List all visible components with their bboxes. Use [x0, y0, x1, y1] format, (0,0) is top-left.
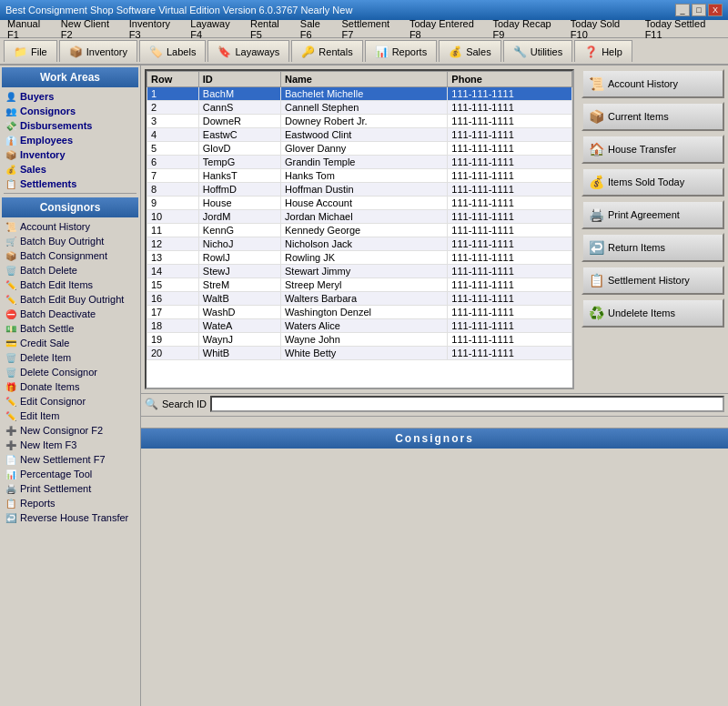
menu-item-new-client-f2[interactable]: New Client F2	[57, 17, 124, 41]
toolbar-tab-reports[interactable]: 📊Reports	[365, 40, 438, 62]
search-input[interactable]	[210, 396, 724, 412]
table-row[interactable]: 18 WateA Waters Alice 111-111-1111	[147, 319, 572, 333]
consignor-item-delete-item[interactable]: 🗑️Delete Item	[0, 350, 140, 365]
table-row[interactable]: 12 NichoJ Nicholson Jack 111-111-1111	[147, 237, 572, 251]
toolbar-tab-labels[interactable]: 🏷️Labels	[139, 40, 206, 62]
consignor-item-batch-buy-outright[interactable]: 🛒Batch Buy Outright	[0, 234, 140, 248]
consignor-item-batch-edit-items[interactable]: ✏️Batch Edit Items	[0, 277, 140, 292]
cell-id: WateA	[198, 319, 280, 333]
toolbar-tab-sales[interactable]: 💰Sales	[439, 40, 501, 62]
btn-icon: 🏠	[589, 142, 604, 156]
table-row[interactable]: 3 DowneR Downey Robert Jr. 111-111-1111	[147, 115, 572, 128]
minimize-button[interactable]: _	[675, 4, 690, 16]
toolbar-tab-inventory[interactable]: 📦Inventory	[59, 40, 137, 62]
btn-label: Settlement History	[608, 275, 690, 286]
table-row[interactable]: 16 WaltB Walters Barbara 111-111-1111	[147, 292, 572, 306]
menu-item-settlement-f7[interactable]: Settlement F7	[339, 17, 404, 41]
cell-id: CannS	[198, 101, 280, 115]
consignor-item-print-settlement[interactable]: 🖨️Print Settlement	[0, 481, 140, 496]
menu-item-rental-f5[interactable]: Rental F5	[247, 17, 295, 41]
cell-id: WaltB	[198, 292, 280, 306]
table-row[interactable]: 20 WhitB White Betty 111-111-1111	[147, 347, 572, 360]
consignor-item-batch-settle[interactable]: 💵Batch Settle	[0, 321, 140, 336]
table-row[interactable]: 19 WaynJ Wayne John 111-111-1111	[147, 333, 572, 347]
toolbar-tab-layaways[interactable]: 🔖Layaways	[207, 40, 289, 62]
cell-phone: 111-111-1111	[448, 347, 572, 360]
table-row[interactable]: 10 JordM Jordan Michael 111-111-1111	[147, 210, 572, 224]
menu-item-manual-f1[interactable]: Manual F1	[4, 17, 56, 41]
consignor-item-donate-items[interactable]: 🎁Donate Items	[0, 379, 140, 394]
consignor-item-batch-edit-buy-outright[interactable]: ✏️Batch Edit Buy Outright	[0, 292, 140, 307]
consignor-item-credit-sale[interactable]: 💳Credit Sale	[0, 336, 140, 350]
sidebar-item-sales[interactable]: 💰Sales	[0, 162, 140, 176]
tab-icon: ❓	[584, 45, 598, 58]
consignor-item-reverse-house-transfer[interactable]: ↩️Reverse House Transfer	[0, 510, 140, 525]
table-row[interactable]: 8 HoffmD Hoffman Dustin 111-111-1111	[147, 183, 572, 197]
menu-item-layaway-f4[interactable]: Layaway F4	[187, 17, 245, 41]
cell-phone: 111-111-1111	[448, 306, 572, 319]
sidebar-item-inventory[interactable]: 📦Inventory	[0, 147, 140, 162]
menu-item-today-entered-f8[interactable]: Today Entered F8	[406, 17, 488, 41]
tab-label: File	[31, 46, 47, 57]
consignor-item-batch-delete[interactable]: 🗑️Batch Delete	[0, 263, 140, 277]
sidebar-item-employees[interactable]: 👔Employees	[0, 133, 140, 147]
sidebar-item-settlements[interactable]: 📋Settlements	[0, 176, 140, 191]
cell-row: 5	[147, 142, 199, 156]
consignor-item-percentage-tool[interactable]: 📊Percentage Tool	[0, 467, 140, 481]
table-row[interactable]: 14 StewJ Stewart Jimmy 111-111-1111	[147, 265, 572, 278]
action-btn-print-agreement[interactable]: 🖨️Print Agreement	[581, 200, 724, 229]
consignor-item-account-history[interactable]: 📜Account History	[0, 219, 140, 234]
sidebar-item-disbursements[interactable]: 💸Disbursements	[0, 118, 140, 133]
sidebar-label: Buyers	[20, 91, 54, 102]
sidebar-item-consignors[interactable]: 👥Consignors	[0, 104, 140, 118]
table-row[interactable]: 13 RowlJ Rowling JK 111-111-1111	[147, 251, 572, 265]
table-row[interactable]: 17 WashD Washington Denzel 111-111-1111	[147, 306, 572, 319]
toolbar-tab-rentals[interactable]: 🔑Rentals	[291, 40, 362, 62]
action-btn-current-items[interactable]: 📦Current Items	[581, 102, 724, 131]
table-row[interactable]: 2 CannS Cannell Stephen 111-111-1111	[147, 101, 572, 115]
maximize-button[interactable]: □	[692, 4, 706, 16]
action-btn-undelete-items[interactable]: ♻️Undelete Items	[581, 298, 724, 328]
consignor-item-edit-consignor[interactable]: ✏️Edit Consignor	[0, 394, 140, 408]
action-btn-house-transfer[interactable]: 🏠House Transfer	[581, 135, 724, 164]
table-row[interactable]: 15 StreM Streep Meryl 111-111-1111	[147, 278, 572, 292]
action-btn-items-sold-today[interactable]: 💰Items Sold Today	[581, 167, 724, 197]
toolbar-tab-utilities[interactable]: 🔧Utilities	[503, 40, 572, 62]
btn-icon: 📋	[589, 273, 604, 287]
action-btn-account-history[interactable]: 📜Account History	[581, 69, 724, 98]
menu-item-inventory-f3[interactable]: Inventory F3	[126, 17, 185, 41]
consignor-item-new-settlement-f7[interactable]: 📄New Settlement F7	[0, 452, 140, 467]
table-row[interactable]: 6 TempG Grandin Temple 111-111-1111	[147, 156, 572, 169]
toolbar-tab-help[interactable]: ❓Help	[574, 40, 632, 62]
cell-phone: 111-111-1111	[448, 319, 572, 333]
table-row[interactable]: 1 BachM Bachelet Michelle 111-111-1111	[147, 87, 572, 101]
menu-item-today-sold-f10[interactable]: Today Sold F10	[567, 17, 640, 41]
table-row[interactable]: 9 House House Account 111-111-1111	[147, 197, 572, 210]
consignor-item-batch-consignment[interactable]: 📦Batch Consignment	[0, 248, 140, 263]
cell-name: Rowling JK	[281, 251, 448, 265]
table-row[interactable]: 7 HanksT Hanks Tom 111-111-1111	[147, 169, 572, 183]
consignors-title: Consignors	[2, 197, 138, 217]
table-row[interactable]: 4 EastwC Eastwood Clint 111-111-1111	[147, 128, 572, 142]
sidebar-item-buyers[interactable]: 👤Buyers	[0, 89, 140, 104]
menu-item-sale-f6[interactable]: Sale F6	[297, 17, 337, 41]
action-btn-return-items[interactable]: ↩️Return Items	[581, 233, 724, 262]
consignor-icon: 📜	[5, 222, 16, 232]
table-row[interactable]: 5 GlovD Glover Danny 111-111-1111	[147, 142, 572, 156]
consignor-label: Batch Buy Outright	[20, 236, 104, 247]
consignor-item-reports[interactable]: 📋Reports	[0, 496, 140, 510]
consignor-item-delete-consignor[interactable]: 🗑️Delete Consignor	[0, 365, 140, 379]
consignor-item-edit-item[interactable]: ✏️Edit Item	[0, 408, 140, 423]
menu-item-today-recap-f9[interactable]: Today Recap F9	[490, 17, 565, 41]
consignor-item-new-item-f3[interactable]: ➕New Item F3	[0, 438, 140, 452]
action-btn-settlement-history[interactable]: 📋Settlement History	[581, 266, 724, 295]
cell-id: WashD	[198, 306, 280, 319]
table-row[interactable]: 11 KennG Kennedy George 111-111-1111	[147, 224, 572, 237]
consignor-item-new-consignor-f2[interactable]: ➕New Consignor F2	[0, 423, 140, 438]
close-button[interactable]: X	[708, 4, 723, 16]
menu-item-today-settled-f11[interactable]: Today Settled F11	[642, 17, 724, 41]
btn-icon: ↩️	[589, 240, 604, 255]
toolbar-tab-file[interactable]: 📁File	[4, 40, 57, 62]
cell-id: HoffmD	[198, 183, 280, 197]
consignor-item-batch-deactivate[interactable]: ⛔Batch Deactivate	[0, 307, 140, 321]
